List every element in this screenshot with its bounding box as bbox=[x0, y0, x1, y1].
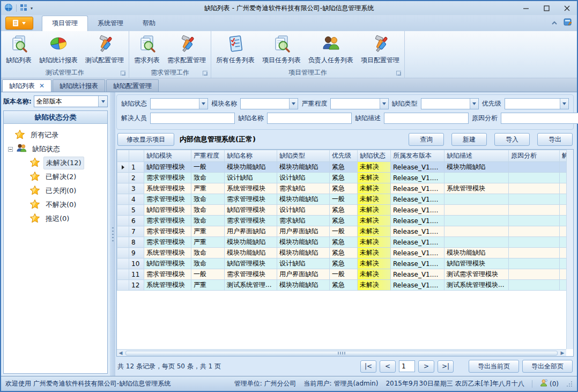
document-tab-0[interactable]: 缺陷列表✕ bbox=[2, 79, 51, 92]
grid-column-header-3[interactable]: 缺陷类型 bbox=[277, 150, 330, 162]
export-button[interactable]: 导出 bbox=[537, 133, 573, 146]
new-button[interactable]: 新建 bbox=[451, 133, 487, 146]
page-number-input[interactable] bbox=[399, 360, 415, 372]
table-row[interactable]: 6需求管理模块致命需求管理模块需求缺陷紧急未解决Release_V1.1.0 bbox=[117, 216, 567, 226]
filter-select-row1-3[interactable] bbox=[421, 98, 479, 109]
pager-first-button[interactable]: |< bbox=[360, 360, 376, 373]
minimize-button[interactable] bbox=[516, 1, 536, 15]
dialog-launcher-icon[interactable] bbox=[121, 71, 125, 76]
document-tab-1[interactable]: 缺陷统计报表 bbox=[53, 79, 105, 92]
chevron-down-icon[interactable] bbox=[470, 99, 478, 109]
quick-access-icon[interactable] bbox=[20, 4, 27, 13]
cell-priority: 紧急 bbox=[330, 237, 358, 248]
search-button[interactable]: 查询 bbox=[409, 133, 444, 146]
grid-vertical-scrollbar[interactable] bbox=[566, 150, 573, 349]
grid-column-header-8[interactable]: 原因分析 bbox=[509, 150, 560, 162]
version-select[interactable]: 全部版本 bbox=[34, 95, 108, 107]
filter-select-row1-0[interactable] bbox=[150, 98, 208, 109]
cell-module: 缺陷管理模块 bbox=[144, 205, 191, 216]
filter-select-row1-2[interactable] bbox=[330, 98, 388, 109]
grid-column-header-4[interactable]: 优先级 bbox=[330, 150, 358, 162]
dialog-launcher-icon[interactable] bbox=[396, 71, 401, 76]
grid-column-header-7[interactable]: 缺陷描述 bbox=[444, 150, 509, 162]
table-row[interactable]: 1缺陷管理模块一般模块功能缺陷模块功能缺陷紧急未解决Release_V1.2.0… bbox=[117, 162, 567, 173]
filter-input-row2-1[interactable] bbox=[267, 113, 352, 124]
table-row[interactable]: 5缺陷管理模块致命缺陷管理模块设计缺陷紧急未解决Release_V1.0.0 bbox=[117, 205, 567, 216]
pager-next-button[interactable]: > bbox=[418, 360, 434, 373]
chevron-down-icon[interactable] bbox=[560, 99, 568, 109]
tree-item-0[interactable]: 所有记录 bbox=[7, 128, 106, 142]
table-row[interactable]: 10缺陷管理模块致命缺陷管理模块设计缺陷紧急未解决Release_V1.0.0缺… bbox=[117, 258, 567, 269]
pager-last-button[interactable]: >| bbox=[438, 360, 454, 373]
filter-input-row2-3[interactable] bbox=[501, 113, 578, 124]
filter-input-row2-0[interactable] bbox=[150, 113, 235, 124]
table-row[interactable]: 4需求管理模块致命需求管理模块模块功能缺陷一般未解决Release_V1.0.0 bbox=[117, 194, 567, 205]
tree-item-3[interactable]: 已解决(2) bbox=[7, 170, 106, 184]
quick-access-dropdown-icon[interactable]: ▾ bbox=[31, 6, 33, 11]
titlebar-separator bbox=[16, 4, 17, 12]
grid-horizontal-scrollbar[interactable]: ◀ ▶ bbox=[117, 349, 566, 356]
tree-item-4[interactable]: 已关闭(0) bbox=[7, 184, 106, 198]
pager-prev-button[interactable]: < bbox=[380, 360, 396, 373]
tree-item-5[interactable]: 不解决(0) bbox=[7, 198, 106, 212]
filter-select-row1-1[interactable] bbox=[240, 98, 298, 109]
ribbon-button-2-3[interactable]: 项目配置管理 bbox=[358, 33, 402, 66]
cell-module: 系统管理模块 bbox=[144, 248, 191, 258]
ribbon-tab-2[interactable]: 帮助 bbox=[133, 16, 165, 31]
table-row[interactable]: 3系统管理模块严重系统管理模块需求缺陷紧急未解决Release_V1.2.0系统… bbox=[117, 183, 567, 194]
grid-column-header-9[interactable]: 解决方法 bbox=[560, 150, 567, 162]
cell-analysis bbox=[509, 226, 560, 237]
ribbon-button-2-1[interactable]: 项目任务列表 bbox=[260, 33, 303, 66]
filter-select-row1-4[interactable] bbox=[505, 98, 569, 109]
tree-item-2[interactable]: 未解决(12) bbox=[7, 156, 106, 170]
scroll-left-icon[interactable]: ◀ bbox=[117, 350, 124, 356]
grid-column-header-0[interactable]: 缺陷模块 bbox=[144, 150, 191, 162]
table-row[interactable]: 7需求管理模块严重用户界面缺陷用户界面缺陷一般未解决Release_V1.0.0 bbox=[117, 226, 567, 237]
maximize-button[interactable] bbox=[536, 1, 557, 15]
table-row[interactable]: 12系统管理模块严重测试系统管理...模块功能缺陷紧急未解决Release_V1… bbox=[117, 280, 567, 291]
ribbon-button-1-1[interactable]: 需求配置管理 bbox=[165, 33, 209, 66]
grid-column-header-2[interactable]: 缺陷名称 bbox=[225, 150, 277, 162]
ribbon-button-2-0[interactable]: 所有任务列表 bbox=[213, 33, 257, 66]
tree-collapse-icon[interactable] bbox=[8, 147, 13, 152]
chevron-down-icon[interactable] bbox=[199, 99, 208, 109]
table-row[interactable]: 9系统管理模块致命模块功能缺陷模块功能缺陷紧急未解决Release_V1.0.0… bbox=[117, 248, 567, 258]
ribbon-collapse-icon[interactable] bbox=[551, 19, 558, 27]
grid-column-header-1[interactable]: 严重程度 bbox=[191, 150, 225, 162]
grid-column-header-6[interactable]: 所属发布版本 bbox=[391, 150, 444, 162]
export-current-page-button[interactable]: 导出当前页 bbox=[469, 360, 519, 373]
chevron-down-icon[interactable] bbox=[289, 99, 298, 109]
document-tab-2[interactable]: 缺陷配置管理 bbox=[106, 79, 159, 92]
ribbon-help-icon[interactable] bbox=[564, 18, 573, 28]
filter-input-row2-2[interactable] bbox=[384, 113, 469, 124]
application-menu-button[interactable] bbox=[5, 17, 33, 29]
modify-display-columns-button[interactable]: 修改显示项目 bbox=[117, 133, 174, 146]
scrollbar-thumb[interactable] bbox=[125, 351, 558, 356]
table-row[interactable]: 8需求管理模块严重模块功能缺陷模块功能缺陷紧急未解决Release_V1.0.0 bbox=[117, 237, 567, 248]
ribbon-button-2-2[interactable]: 负责人任务列表 bbox=[306, 33, 356, 66]
table-row[interactable]: 11需求管理模块一般需求管理模块用户界面缺陷一般未解决Release_V1.1.… bbox=[117, 269, 567, 280]
status-category-panel-title: 缺陷状态分类 bbox=[4, 111, 107, 124]
close-button[interactable] bbox=[557, 1, 577, 15]
sidebar-splitter[interactable] bbox=[110, 92, 115, 376]
export-all-pages-button[interactable]: 导出全部页 bbox=[522, 360, 573, 373]
cell-version: Release_V1.0.0 bbox=[391, 248, 444, 258]
tree-item-6[interactable]: 推迟(0) bbox=[7, 212, 106, 226]
tree-item-1[interactable]: 缺陷状态 bbox=[7, 142, 106, 156]
ribbon-tab-0[interactable]: 项目管理 bbox=[42, 16, 88, 31]
close-tab-icon[interactable]: ✕ bbox=[39, 83, 45, 89]
ribbon-tab-1[interactable]: 系统管理 bbox=[88, 16, 133, 31]
dialog-launcher-icon[interactable] bbox=[203, 71, 208, 76]
ribbon-button-0-0[interactable]: 缺陷列表 bbox=[3, 33, 34, 66]
ribbon-button-1-0[interactable]: 需求列表 bbox=[131, 33, 162, 66]
ribbon-button-label: 需求列表 bbox=[134, 56, 160, 65]
chevron-down-icon[interactable] bbox=[98, 96, 107, 107]
table-row[interactable]: 2需求管理模块致命设计缺陷设计缺陷紧急未解决Release_V1.2.0 bbox=[117, 173, 567, 183]
resize-grip-icon[interactable] bbox=[566, 381, 573, 387]
import-button[interactable]: 导入 bbox=[494, 133, 530, 146]
chevron-down-icon[interactable] bbox=[380, 99, 388, 109]
scroll-right-icon[interactable]: ▶ bbox=[559, 350, 566, 356]
ribbon-button-0-2[interactable]: 测试配置管理 bbox=[83, 33, 127, 66]
grid-column-header-5[interactable]: 缺陷状态 bbox=[358, 150, 391, 162]
ribbon-button-0-1[interactable]: 缺陷统计报表 bbox=[36, 33, 80, 66]
